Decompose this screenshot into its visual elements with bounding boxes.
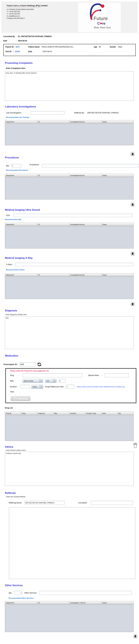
reffering-doctor-input[interactable]	[24, 501, 64, 505]
section-title-procedures: Procedures	[5, 156, 139, 159]
company-title-rest: Future Holdings (Pty) Limited	[20, 4, 48, 7]
recommended-other-services-link[interactable]: Recommended Other Services	[9, 597, 139, 599]
company-info: Future Care by Future Holdings (Pty) Lim…	[7, 4, 48, 20]
section-title-advice: Advice	[5, 446, 13, 448]
patient-age: Age :46	[94, 46, 110, 48]
col-department: Department	[5, 274, 37, 276]
patient-name-value: THEJA SUMITH PRIYADARSHANA HA...	[42, 46, 74, 48]
total-label: Total	[10, 391, 19, 393]
refferal-listbox[interactable]	[9, 507, 135, 579]
colon: :	[16, 40, 18, 42]
logo-care-re: re	[102, 22, 106, 26]
logo-care-c: C	[97, 22, 100, 26]
xray-field-row: X-Rays :	[6, 263, 139, 266]
chevron-down-icon: ▼	[39, 379, 43, 383]
drug-row: Drug : Special Notes :	[10, 374, 136, 377]
prescription-id-label: Prescription ID :	[4, 364, 18, 366]
patient-row-2: Visit ID :13320 Date:2024-06-03	[6, 50, 136, 52]
colon: :	[14, 50, 14, 52]
col-fequency: Fequency	[37, 412, 53, 415]
company-phone-1: T: +24 82 593 593	[7, 10, 48, 13]
drug-list-table: Drug ID Drug Fequency Way Duration Durat…	[5, 412, 134, 441]
trash-icon[interactable]	[131, 252, 134, 255]
lab-actions-row	[0, 152, 139, 156]
lab-field-row: Lab Investingation : Reffered By : ORITS…	[6, 111, 139, 114]
drug-label: Drug	[10, 374, 19, 376]
procedures-qty-input[interactable]	[11, 164, 21, 167]
diagnosis-sublabel: Enter Diagnosis Details Here	[6, 314, 139, 316]
lab-field-label: Lab Investingation :	[6, 112, 22, 114]
per-meal-input[interactable]	[66, 385, 74, 389]
consultant-input[interactable]	[91, 501, 133, 505]
xray-table-body	[5, 277, 134, 299]
procedures-input[interactable]	[42, 164, 139, 167]
other-qty-input[interactable]	[14, 591, 22, 595]
recommended-xrays-link[interactable]: Recommended X-Rays	[6, 269, 139, 271]
drug-entry-box: Please select the Drug from Drug suggess…	[6, 368, 136, 403]
other-services-header: Department ID Investigation / Service St…	[5, 601, 134, 604]
trash-outline-glyph	[133, 443, 137, 448]
other-services-body	[5, 604, 134, 632]
refresh-icon[interactable]	[37, 362, 42, 366]
trash-icon[interactable]	[133, 634, 137, 638]
col-investigation-service: Investigation/Service	[69, 174, 102, 177]
duration-row: Duration : Day/s ▼ Drugs/Tablets per mea…	[10, 385, 136, 389]
other-qty-label: Qty :	[9, 592, 12, 594]
chevron-down-icon: ▼	[53, 379, 56, 383]
col-drug: Drug	[21, 412, 37, 415]
frequency-select[interactable]: OD ▼	[45, 379, 56, 383]
uss-input[interactable]	[14, 214, 132, 217]
col-status: Status	[102, 601, 134, 604]
section-title-refferals: Refferals	[5, 492, 139, 494]
prescription-id-input[interactable]	[19, 362, 36, 366]
trash-glyph	[134, 635, 136, 638]
trash-icon[interactable]	[131, 152, 134, 156]
colon: :	[14, 46, 15, 48]
recommended-lab-testings-link[interactable]: Recommended Lab Testings	[6, 116, 139, 118]
other-services-input[interactable]	[40, 591, 132, 595]
col-drug-id: Drug ID	[5, 412, 21, 415]
advice-textarea[interactable]: continue current mgt	[5, 452, 134, 486]
refresh-glyph	[37, 362, 42, 366]
duration-unit-select[interactable]: Day/s ▼	[31, 385, 43, 389]
patient-age-label: Age	[94, 46, 97, 48]
advice-sublabel: Enter Doctor's Advice Here	[6, 449, 139, 451]
xray-field-label: X-Rays :	[6, 264, 13, 266]
meal-select[interactable]: Before Meal ▼	[22, 379, 43, 383]
col-id: ID	[37, 223, 69, 226]
trash-icon[interactable]	[131, 202, 134, 206]
prescription-row: Prescription ID :	[4, 362, 139, 367]
visit-id-label: Visit ID	[6, 50, 11, 52]
procedures-table-body	[5, 177, 134, 199]
patient-gender-value: Male	[118, 46, 122, 48]
recommended-procedures-link[interactable]: Recommended Procedures	[6, 169, 139, 172]
visit-date: Date:2024-06-03	[28, 50, 52, 52]
trash-icon[interactable]	[131, 302, 134, 306]
drug-warning-text: Please select the Drug from Drug suggess…	[10, 370, 136, 372]
special-notes-input[interactable]	[104, 374, 129, 377]
col-investigation-service: Investigation/Service	[69, 274, 102, 276]
add-drug-button[interactable]: + Add Drug	[10, 396, 31, 401]
total-row: Total :	[10, 391, 136, 393]
col-department: Department	[5, 120, 37, 124]
duration-input[interactable]	[20, 385, 30, 389]
special-notes-label: Special Notes	[88, 374, 99, 376]
trash-outline-icon[interactable]	[133, 443, 137, 448]
uss-field-label: USS :	[6, 214, 11, 216]
patient-id-label: Patient ID	[6, 46, 14, 48]
colon: :	[40, 46, 40, 48]
procedures-actions-row	[0, 202, 139, 206]
lab-table-body	[5, 124, 134, 145]
complaints-textarea[interactable]: Xray seen, in keeping with muscle spasms	[5, 71, 134, 101]
uss-field-row: USS :	[6, 214, 139, 217]
logo-tagline: Body Mind Soul	[94, 26, 110, 29]
xray-input[interactable]	[15, 263, 133, 266]
diagnosis-textarea[interactable]: ISQ	[5, 316, 134, 349]
recommended-uss-link[interactable]: Recommended USS	[5, 218, 139, 221]
lab-investigation-input[interactable]	[31, 111, 64, 114]
procedures-table: Department ID Investigation/Service Stat…	[5, 174, 134, 200]
company-phone-2: T: +24 84 225 252	[7, 13, 48, 15]
section-title-ultrasound: Medical Imaging Ultra Sound	[5, 208, 139, 212]
way-qty-input[interactable]	[59, 379, 66, 383]
drug-input[interactable]	[22, 374, 82, 377]
